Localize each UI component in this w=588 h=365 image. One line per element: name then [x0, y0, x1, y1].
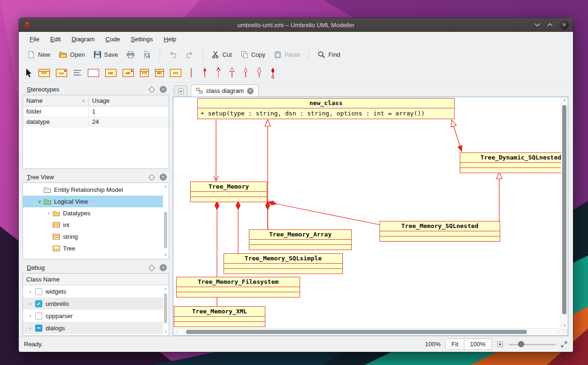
scroll-up-icon[interactable]: ∧	[163, 184, 168, 189]
zoom-slider[interactable]	[509, 340, 556, 349]
float-dock-icon[interactable]	[148, 174, 155, 180]
tree-scrollbar[interactable]: ∧ ∨	[163, 184, 168, 258]
stereotype-row[interactable]: datatype24	[23, 117, 169, 127]
tree-item-tree[interactable]: xyzTree	[23, 243, 163, 254]
note-tool[interactable]: ABC	[123, 69, 134, 77]
save-button[interactable]: Save	[90, 49, 122, 61]
stereotype-row[interactable]: folder1	[23, 106, 169, 117]
label-tool[interactable]: ABC	[105, 69, 116, 77]
expand-icon[interactable]	[560, 341, 568, 348]
float-dock-icon[interactable]	[148, 264, 155, 271]
containment-tool[interactable]	[269, 67, 277, 79]
uml-class-new_class[interactable]: new_class+ setup(type : string, dsn : st…	[197, 98, 455, 119]
new-diagram-tab-button[interactable]	[174, 85, 187, 97]
expand-icon[interactable]: ›	[26, 313, 34, 319]
scrollbar-thumb[interactable]	[164, 293, 167, 323]
fit-page-icon[interactable]	[496, 341, 504, 348]
relation[interactable]	[496, 172, 502, 221]
close-button[interactable]: ×	[560, 21, 569, 30]
tree-item-entity-relationship-model[interactable]: Entity Relationship Model	[23, 184, 163, 196]
tree-item-datatypes[interactable]: ›Datatypes	[23, 207, 163, 219]
tree-item-int[interactable]: int	[23, 219, 163, 231]
uml-class-Tree_Memory_Array[interactable]: Tree_Memory_Array	[249, 229, 352, 250]
debug-scrollbar[interactable]: ∧ ∨	[163, 287, 168, 334]
zoom-slider-handle[interactable]	[518, 341, 524, 347]
canvas-horizontal-scrollbar[interactable]: ‹ ›	[173, 328, 561, 335]
close-dock-icon[interactable]: ×	[160, 86, 167, 93]
fit-button[interactable]: Fit	[445, 338, 464, 350]
scrollbar-thumb[interactable]	[164, 212, 167, 248]
generalization-tool[interactable]	[228, 67, 236, 79]
scroll-left-icon[interactable]: ‹	[176, 330, 177, 335]
diagram-canvas[interactable]: new_class+ setup(type : string, dsn : st…	[173, 97, 561, 329]
scroll-up-icon[interactable]: ∧	[163, 287, 168, 291]
aggregation-tool[interactable]	[242, 67, 249, 79]
tree-item-string[interactable]: string	[23, 231, 163, 243]
scrollbar-thumb[interactable]	[186, 330, 527, 334]
debug-item-dialogs[interactable]: ›dialogs	[23, 322, 163, 334]
checkbox-cppparser[interactable]	[35, 312, 42, 319]
interface-tool[interactable]: XYZ	[140, 69, 149, 77]
redo-button[interactable]	[182, 49, 198, 61]
checkbox-widgets[interactable]	[35, 288, 42, 295]
relation[interactable]	[268, 201, 379, 225]
datatype-tool[interactable]: XYZ	[170, 69, 181, 77]
zoom-100-button[interactable]: 100%	[464, 338, 492, 350]
relation[interactable]	[266, 201, 270, 229]
titlebar[interactable]: umbrello-uml.xmi – Umbrello UML Modeller…	[19, 18, 573, 32]
scrollbar-thumb[interactable]	[562, 105, 566, 314]
copy-button[interactable]: Copy	[237, 49, 269, 61]
new-document-button[interactable]: New	[23, 49, 54, 61]
paste-button[interactable]: Paste	[270, 49, 304, 61]
cut-button[interactable]: Cut	[208, 49, 235, 61]
tree-item-logical-view[interactable]: ∨Logical View	[23, 196, 163, 207]
close-dock-icon[interactable]: ×	[160, 264, 167, 271]
checkbox-umbrello[interactable]: ✓	[35, 300, 42, 307]
debug-item-widgets[interactable]: ›widgets	[23, 285, 163, 297]
class-tool[interactable]: XYZ	[39, 69, 50, 77]
align-tool[interactable]	[73, 69, 82, 76]
menu-help[interactable]: Help	[159, 34, 181, 45]
canvas-vertical-scrollbar[interactable]: ∧ ∨	[561, 97, 568, 329]
close-tab-icon[interactable]: ×	[247, 88, 254, 94]
column-header-name[interactable]: Name ∧	[23, 95, 89, 106]
dependency-tool[interactable]	[215, 67, 222, 79]
debug-item-cppparser[interactable]: ›cppparser	[23, 310, 163, 322]
expand-icon[interactable]: ›	[26, 326, 34, 331]
scroll-right-icon[interactable]: ›	[557, 330, 559, 335]
uml-class-Tree_Dynamic_SQLnested[interactable]: Tree_Dynamic_SQLnested	[460, 152, 561, 173]
expand-icon[interactable]: ›	[26, 301, 34, 306]
relation[interactable]	[451, 120, 462, 152]
uml-class-Tree_Memory_Filesystem[interactable]: Tree_Memory_Filesystem	[176, 277, 300, 297]
print-preview-button[interactable]	[139, 49, 155, 61]
scroll-down-icon[interactable]: ∨	[563, 323, 566, 328]
expand-icon[interactable]: ›	[26, 289, 34, 294]
box-tool[interactable]	[88, 69, 99, 77]
association-tool[interactable]	[187, 67, 195, 79]
column-header-class-name[interactable]: Class Name	[23, 274, 169, 285]
composition-tool[interactable]	[255, 67, 263, 79]
find-button[interactable]: Find	[314, 49, 344, 61]
checkbox-dialogs[interactable]	[35, 325, 42, 332]
uml-class-Tree_Memory_SQLnested[interactable]: Tree_Memory_SQLnested	[379, 221, 500, 242]
uml-class-Tree_Memory_SQLsimple[interactable]: Tree_Memory_SQLsimple	[224, 253, 343, 274]
object-tool[interactable]: xyz	[56, 69, 67, 77]
tab-class-diagram[interactable]: class diagram ×	[191, 84, 259, 97]
open-folder-button[interactable]: Open	[55, 49, 89, 61]
scroll-up-icon[interactable]: ∧	[563, 98, 566, 103]
unshade-button[interactable]	[547, 23, 553, 27]
close-dock-icon[interactable]: ×	[160, 174, 167, 181]
column-header-usage[interactable]: Usage	[89, 95, 113, 106]
relation[interactable]	[214, 120, 218, 181]
uml-class-Tree_Memory_XML[interactable]: Tree_Memory_XML	[174, 306, 265, 327]
print-button[interactable]	[123, 49, 139, 61]
scroll-down-icon[interactable]: ∨	[163, 329, 168, 334]
relation[interactable]	[236, 201, 240, 253]
menu-settings[interactable]: Settings	[126, 34, 158, 45]
menu-code[interactable]: Code	[101, 34, 125, 45]
menu-diagram[interactable]: Diagram	[67, 34, 99, 45]
uml-class-Tree_Memory[interactable]: Tree_Memory	[190, 182, 267, 202]
enum-tool[interactable]: ABC	[155, 69, 164, 77]
menu-file[interactable]: File	[25, 34, 44, 45]
expand-icon[interactable]: ›	[45, 211, 53, 216]
